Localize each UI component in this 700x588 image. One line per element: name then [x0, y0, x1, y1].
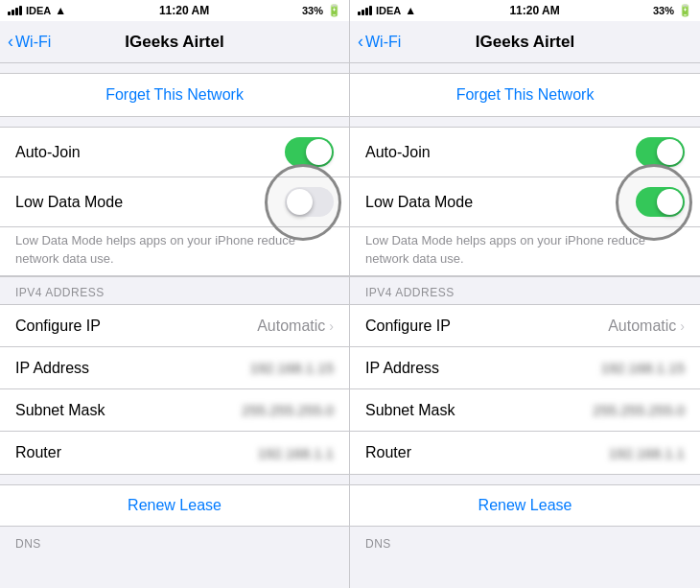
battery-icon: 🔋	[678, 4, 692, 17]
low-data-mode-toggle[interactable]	[285, 187, 334, 217]
ipv4-section-header: IPV4 ADDRESS	[350, 277, 700, 304]
configure-ip-row[interactable]: Configure IP Automatic ›	[350, 305, 700, 347]
gap-2	[0, 117, 349, 127]
page-title: IGeeks Airtel	[125, 33, 223, 52]
configure-ip-chevron-icon: ›	[329, 318, 334, 334]
low-data-description-row: Low Data Mode helps apps on your iPhone …	[350, 227, 700, 276]
status-left: IDEA ▲	[358, 4, 416, 17]
router-value: 192.168.1.1	[258, 445, 334, 461]
settings-list: Auto-Join Low Data Mode Low Data Mode he…	[350, 127, 700, 277]
carrier-label: IDEA	[376, 5, 401, 16]
router-value: 192.168.1.1	[609, 445, 685, 461]
low-data-mode-label: Low Data Mode	[15, 194, 123, 211]
subnet-mask-label: Subnet Mask	[365, 402, 455, 419]
low-data-mode-toggle-knob	[657, 189, 683, 215]
low-data-description: Low Data Mode helps apps on your iPhone …	[365, 233, 645, 266]
ipv4-header-label: IPV4 ADDRESS	[365, 286, 455, 299]
signal-icon	[8, 6, 22, 15]
wifi-icon: ▲	[55, 4, 66, 17]
ip-address-label: IP Address	[15, 360, 89, 377]
settings-list: Auto-Join Low Data Mode Low Data Mode he…	[0, 127, 349, 277]
auto-join-row: Auto-Join	[350, 128, 700, 177]
configure-ip-value: Automatic ›	[608, 318, 685, 335]
back-chevron-icon: ‹	[358, 32, 363, 52]
wifi-icon: ▲	[405, 4, 416, 17]
nav-bar: ‹ Wi-Fi IGeeks Airtel	[0, 21, 349, 63]
ipv4-list: Configure IP Automatic › IP Address 192.…	[0, 304, 349, 475]
auto-join-label: Auto-Join	[15, 144, 81, 161]
renew-lease-button[interactable]: Renew Lease	[0, 484, 349, 527]
gap-3	[0, 475, 349, 484]
back-button[interactable]: ‹ Wi-Fi	[8, 32, 51, 52]
gap-3	[350, 475, 700, 484]
ip-address-row: IP Address 192.168.1.15	[350, 347, 700, 389]
ipv4-list: Configure IP Automatic › IP Address 192.…	[350, 304, 700, 475]
ip-address-label: IP Address	[365, 360, 439, 377]
configure-ip-value-text: Automatic	[608, 318, 676, 335]
ipv4-section-header: IPV4 ADDRESS	[0, 277, 349, 304]
subnet-mask-row: Subnet Mask 255.255.255.0	[0, 389, 349, 432]
configure-ip-value-text: Automatic	[257, 318, 325, 335]
dns-section-header: DNS	[0, 527, 349, 555]
back-label: Wi-Fi	[365, 34, 401, 51]
low-data-description-row: Low Data Mode helps apps on your iPhone …	[0, 227, 349, 276]
subnet-mask-value: 255.255.255.0	[593, 402, 685, 418]
ip-address-value: 192.168.1.15	[600, 360, 685, 376]
content-area: Forget This Network Auto-Join Low Data M…	[350, 63, 700, 588]
forget-network-button[interactable]: Forget This Network	[0, 74, 349, 116]
auto-join-label: Auto-Join	[365, 144, 431, 161]
forget-network-section: Forget This Network	[350, 73, 700, 117]
router-row: Router 192.168.1.1	[350, 432, 700, 474]
router-label: Router	[365, 444, 411, 461]
router-row: Router 192.168.1.1	[0, 432, 349, 474]
forget-network-label: Forget This Network	[105, 86, 244, 104]
time-label: 11:20 AM	[509, 4, 559, 17]
status-right: 33% 🔋	[302, 4, 341, 17]
back-label: Wi-Fi	[15, 34, 51, 51]
signal-icon	[358, 6, 372, 15]
battery-icon: 🔋	[327, 4, 341, 17]
configure-ip-value: Automatic ›	[257, 318, 334, 335]
status-left: IDEA ▲	[8, 4, 66, 17]
router-label: Router	[15, 444, 61, 461]
forget-network-label: Forget This Network	[456, 86, 595, 104]
page-title: IGeeks Airtel	[476, 33, 574, 52]
renew-lease-button[interactable]: Renew Lease	[350, 484, 700, 527]
dns-section-header: DNS	[350, 527, 700, 555]
low-data-mode-row: Low Data Mode	[0, 177, 349, 227]
subnet-mask-label: Subnet Mask	[15, 402, 105, 419]
dns-header-label: DNS	[365, 537, 391, 551]
panel-left: IDEA ▲ 11:20 AM 33% 🔋 ‹ Wi-Fi IGeeks Air…	[0, 0, 350, 588]
low-data-mode-toggle[interactable]	[636, 187, 685, 217]
panel-right: IDEA ▲ 11:20 AM 33% 🔋 ‹ Wi-Fi IGeeks Air…	[350, 0, 700, 588]
configure-ip-row[interactable]: Configure IP Automatic ›	[0, 305, 349, 347]
back-button[interactable]: ‹ Wi-Fi	[358, 32, 401, 52]
gap-1	[350, 63, 700, 73]
configure-ip-label: Configure IP	[365, 318, 451, 335]
renew-lease-label: Renew Lease	[478, 497, 572, 514]
auto-join-toggle[interactable]	[285, 137, 334, 167]
auto-join-toggle-knob	[306, 139, 332, 165]
dns-header-label: DNS	[15, 537, 41, 551]
auto-join-toggle[interactable]	[636, 137, 685, 167]
gap-2	[350, 117, 700, 127]
gap-1	[0, 63, 349, 73]
renew-lease-label: Renew Lease	[128, 497, 222, 514]
nav-bar: ‹ Wi-Fi IGeeks Airtel	[350, 21, 700, 63]
low-data-mode-toggle-knob	[287, 189, 313, 215]
ip-address-row: IP Address 192.168.1.15	[0, 347, 349, 389]
forget-network-button[interactable]: Forget This Network	[350, 74, 700, 116]
carrier-label: IDEA	[26, 5, 51, 16]
subnet-mask-value: 255.255.255.0	[242, 402, 334, 418]
configure-ip-label: Configure IP	[15, 318, 101, 335]
signal-percent-label: 33%	[653, 5, 674, 16]
time-label: 11:20 AM	[159, 4, 209, 17]
forget-network-section: Forget This Network	[0, 73, 349, 117]
low-data-mode-label: Low Data Mode	[365, 194, 473, 211]
ip-address-value: 192.168.1.15	[249, 360, 334, 376]
low-data-description: Low Data Mode helps apps on your iPhone …	[15, 233, 295, 266]
content-area: Forget This Network Auto-Join Low Data M…	[0, 63, 349, 588]
status-bar: IDEA ▲ 11:20 AM 33% 🔋	[0, 0, 349, 21]
signal-percent-label: 33%	[302, 5, 323, 16]
low-data-mode-row: Low Data Mode	[350, 177, 700, 227]
